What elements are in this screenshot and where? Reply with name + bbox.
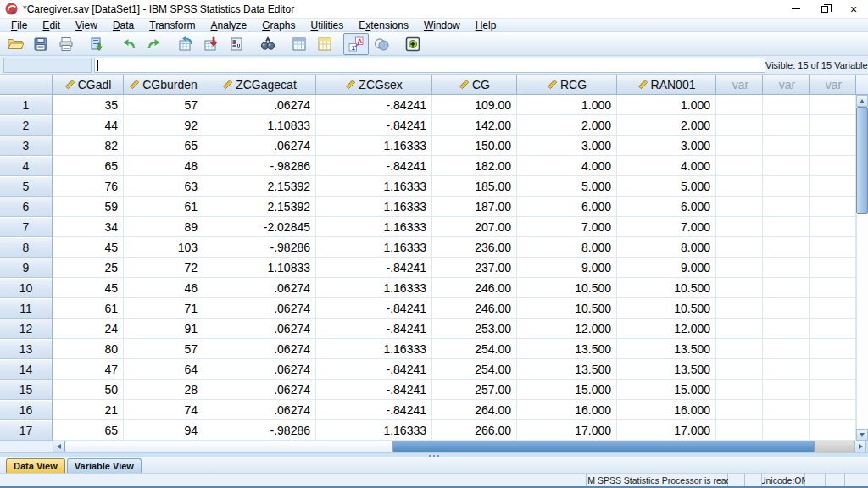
cell[interactable]: .06274 bbox=[203, 95, 316, 115]
cell[interactable]: 1.10833 bbox=[203, 258, 316, 278]
cell[interactable]: -.84241 bbox=[316, 156, 432, 176]
horizontal-scrollbar[interactable] bbox=[0, 441, 868, 452]
column-header-CG[interactable]: CG bbox=[432, 75, 517, 95]
cell[interactable] bbox=[716, 278, 763, 298]
cell[interactable] bbox=[763, 136, 810, 156]
cell[interactable]: 89 bbox=[124, 217, 203, 237]
cell[interactable]: 25 bbox=[53, 258, 124, 278]
menu-window[interactable]: Window bbox=[416, 19, 468, 31]
cell[interactable] bbox=[810, 359, 856, 380]
scroll-up-button[interactable] bbox=[856, 95, 868, 107]
cell[interactable] bbox=[716, 420, 763, 441]
cell[interactable]: 57 bbox=[124, 339, 203, 359]
cell[interactable]: 1.16333 bbox=[316, 197, 432, 217]
cell[interactable]: 71 bbox=[124, 298, 203, 319]
horizontal-scroll-thumb[interactable] bbox=[64, 441, 393, 452]
close-button[interactable]: × bbox=[839, 0, 868, 18]
cell[interactable] bbox=[763, 176, 810, 197]
menu-help[interactable]: Help bbox=[468, 19, 504, 31]
cell[interactable] bbox=[716, 95, 763, 115]
cell[interactable]: 16.000 bbox=[517, 400, 617, 420]
cell[interactable]: 47 bbox=[53, 359, 124, 380]
cell[interactable]: .06274 bbox=[203, 136, 316, 156]
minimize-button[interactable] bbox=[782, 0, 810, 18]
cell[interactable]: 57 bbox=[124, 95, 203, 115]
cell[interactable]: 2.000 bbox=[617, 115, 716, 136]
cell[interactable]: 266.00 bbox=[432, 420, 517, 441]
cell[interactable]: 74 bbox=[124, 400, 203, 420]
column-header-ZCGsex[interactable]: ZCGsex bbox=[316, 75, 432, 95]
row-number[interactable]: 16 bbox=[0, 400, 53, 420]
cell[interactable]: 61 bbox=[53, 298, 124, 319]
cell[interactable]: 2.15392 bbox=[203, 197, 316, 217]
vertical-scroll-thumb[interactable] bbox=[856, 107, 868, 214]
cell[interactable]: 50 bbox=[53, 380, 124, 400]
cell[interactable] bbox=[716, 400, 763, 420]
cell[interactable]: .06274 bbox=[203, 319, 316, 339]
cell[interactable]: 59 bbox=[53, 197, 124, 217]
cell[interactable] bbox=[810, 278, 856, 298]
cell[interactable] bbox=[716, 217, 763, 237]
cell[interactable] bbox=[810, 136, 856, 156]
scroll-right-button[interactable] bbox=[854, 441, 866, 452]
cell[interactable]: 1.000 bbox=[617, 95, 716, 115]
cell[interactable] bbox=[763, 278, 810, 298]
cell[interactable]: -.98286 bbox=[203, 237, 316, 258]
menu-view[interactable]: View bbox=[68, 19, 105, 31]
variables-button[interactable] bbox=[224, 33, 249, 55]
cell[interactable]: 34 bbox=[53, 217, 124, 237]
cell[interactable]: 4.000 bbox=[617, 156, 716, 176]
cell[interactable] bbox=[716, 339, 763, 359]
row-number[interactable]: 4 bbox=[0, 156, 53, 176]
tab-variable-view[interactable]: Variable View bbox=[67, 458, 142, 473]
cell[interactable]: 1.16333 bbox=[316, 278, 432, 298]
column-header-var-2[interactable]: var bbox=[763, 75, 810, 95]
cell[interactable]: 15.000 bbox=[517, 380, 617, 400]
row-number[interactable]: 9 bbox=[0, 258, 53, 278]
open-data-button[interactable] bbox=[3, 33, 28, 55]
cell[interactable]: 7.000 bbox=[617, 217, 716, 237]
cell[interactable] bbox=[763, 298, 810, 319]
cell[interactable]: 8.000 bbox=[617, 237, 716, 258]
cell[interactable] bbox=[763, 400, 810, 420]
row-number[interactable]: 10 bbox=[0, 278, 53, 298]
cell[interactable]: 237.00 bbox=[432, 258, 517, 278]
cell[interactable]: 5.000 bbox=[617, 176, 716, 197]
cell[interactable]: 61 bbox=[124, 197, 203, 217]
cell[interactable]: 1.16333 bbox=[316, 237, 432, 258]
cell[interactable] bbox=[763, 339, 810, 359]
cell[interactable] bbox=[716, 359, 763, 380]
cell[interactable]: 45 bbox=[53, 237, 124, 258]
cell[interactable]: 65 bbox=[53, 420, 124, 441]
row-number[interactable]: 17 bbox=[0, 420, 53, 441]
column-header-RCG[interactable]: RCG bbox=[517, 75, 617, 95]
menu-utilities[interactable]: Utilities bbox=[303, 19, 352, 31]
cell[interactable] bbox=[716, 237, 763, 258]
cell[interactable]: 7.000 bbox=[517, 217, 617, 237]
value-labels-button[interactable]: A1 bbox=[343, 33, 369, 55]
cell[interactable]: 246.00 bbox=[432, 298, 517, 319]
menu-edit[interactable]: Edit bbox=[35, 19, 68, 31]
save-button[interactable] bbox=[28, 33, 53, 55]
cell[interactable]: 91 bbox=[124, 319, 203, 339]
cell[interactable] bbox=[716, 197, 763, 217]
cell[interactable]: 65 bbox=[124, 136, 203, 156]
cell[interactable]: 92 bbox=[124, 115, 203, 136]
cell[interactable]: 10.500 bbox=[617, 298, 716, 319]
cell[interactable] bbox=[810, 420, 856, 441]
cell[interactable] bbox=[810, 298, 856, 319]
cell[interactable]: 82 bbox=[53, 136, 124, 156]
cell[interactable]: 63 bbox=[124, 176, 203, 197]
cell[interactable]: 1.16333 bbox=[316, 217, 432, 237]
insert-variable-button[interactable] bbox=[312, 33, 337, 55]
column-header-RAN001[interactable]: RAN001 bbox=[617, 75, 716, 95]
cell[interactable] bbox=[763, 217, 810, 237]
cell[interactable]: 254.00 bbox=[432, 359, 517, 380]
pane-splitter-handle[interactable] bbox=[429, 455, 439, 457]
cell[interactable]: 13.500 bbox=[517, 359, 617, 380]
scroll-down-button[interactable] bbox=[856, 429, 868, 441]
cell[interactable] bbox=[763, 359, 810, 380]
cell[interactable]: 2.15392 bbox=[203, 176, 316, 197]
cell[interactable] bbox=[716, 258, 763, 278]
cell[interactable]: 35 bbox=[53, 95, 124, 115]
